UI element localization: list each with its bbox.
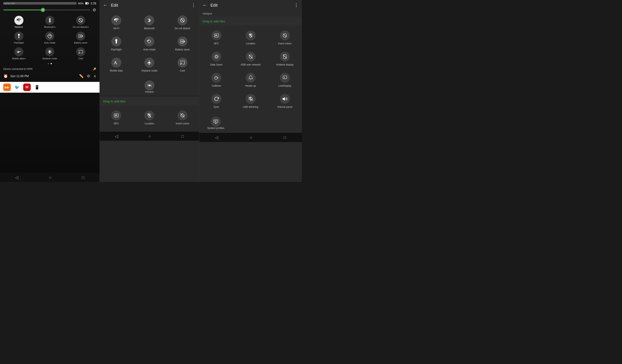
tile-dnd[interactable]: Do not disturb	[166, 12, 199, 33]
back-icon-2[interactable]: ←	[103, 2, 108, 8]
p3-tile-datasaver-label: Data Saver	[210, 63, 222, 66]
brightness-thumb[interactable]	[41, 8, 45, 12]
edit-header-3: ← Edit ⋮	[199, 0, 302, 10]
home-nav-icon-2[interactable]: ○	[143, 132, 156, 140]
livedisplay-p3-svg: A	[282, 75, 287, 80]
tile-flashlight-icon	[111, 37, 121, 46]
p3-tile-caffeine[interactable]: Caffeine	[199, 69, 233, 91]
airplane-tile[interactable]: Airplane mode	[39, 47, 60, 60]
airplane-label: Airplane mode	[42, 57, 57, 60]
tile-mobiledata-label: Mobile data	[110, 69, 123, 72]
p3-tile-invertcolors-label: Invert colors	[278, 42, 292, 45]
p3-tile-sync-label: Sync	[214, 106, 219, 108]
p3-tile-invertcolors[interactable]: Invert colors	[268, 27, 302, 48]
p3-tile-datasaver[interactable]: Data Saver	[199, 48, 233, 69]
more-icon-3[interactable]: ⋮	[294, 2, 299, 8]
p3-tile-headsup[interactable]: Heads up	[233, 69, 268, 91]
home-nav-icon[interactable]: ○	[44, 173, 56, 182]
quick-tiles-row1: Network Bluetooth ▾	[0, 14, 99, 30]
app-bird[interactable]: 🐦	[13, 84, 21, 91]
p3-tile-systemprofiles-section[interactable]: System profiles	[199, 113, 233, 131]
svg-point-3	[42, 10, 43, 11]
flashlight-label: Flashlight	[14, 41, 24, 44]
recents-nav-icon[interactable]: □	[77, 173, 89, 182]
settings-gear-icon[interactable]: ⚙	[93, 7, 96, 12]
tile-mobiledata[interactable]: Mobile data	[100, 54, 133, 76]
brightness-row[interactable]: ⚙	[0, 7, 99, 14]
back-nav-icon-2[interactable]: ◁	[110, 132, 123, 140]
batterysaver-tile[interactable]: Battery saver	[70, 32, 91, 44]
tile-batterysaver[interactable]: Battery saver	[166, 33, 199, 54]
back-nav-icon-3[interactable]: ◁	[210, 133, 223, 142]
svg-line-21	[181, 19, 184, 22]
app-tablet[interactable]: 📱	[33, 84, 41, 91]
edit-scroll-2[interactable]: Wi-Fi Bluetooth Do not	[100, 10, 199, 182]
bluetooth-icon	[48, 18, 52, 22]
tile-hotspot-section[interactable]: Hotspot	[133, 77, 166, 95]
airplane-tile-svg	[147, 60, 152, 65]
dnd-tile[interactable]: Do not disturb ▾	[70, 16, 91, 28]
add-tile-invertcolors[interactable]: Invert colors	[166, 107, 199, 128]
active-tiles-grid: Wi-Fi Bluetooth Do not	[100, 10, 199, 77]
app-w[interactable]: W	[23, 84, 31, 91]
dot2	[51, 63, 52, 64]
tile-cast[interactable]: Cast	[166, 54, 199, 76]
p3-tile-ambient[interactable]: Ambient display	[268, 48, 302, 69]
more-icon-2[interactable]: ⋮	[191, 2, 196, 8]
autorotate-label: Auto-rotate	[44, 41, 55, 44]
p3-tile-systemprofiles-label: System profiles	[207, 127, 224, 130]
edit-icon[interactable]: ✏️	[79, 74, 84, 78]
cast-tile[interactable]: Cast	[70, 47, 91, 60]
batterysaver-icon	[78, 34, 83, 38]
expand-icon[interactable]: ∧	[94, 74, 96, 78]
dnd-icon	[78, 18, 83, 23]
vpn-notification: Device connected to IVPN 🔑	[0, 66, 99, 72]
tile-flashlight-label: Flashlight	[111, 48, 121, 51]
svg-text:A: A	[284, 77, 285, 78]
bluetooth-tile-icon	[45, 16, 54, 25]
p3-tile-livedisplay[interactable]: A LiveDisplay	[268, 69, 302, 91]
tile-autorotate[interactable]: Auto-rotate	[133, 33, 166, 54]
tile-airplane[interactable]: Airplane mode	[133, 54, 166, 76]
svg-point-43	[215, 56, 217, 58]
p3-tile-adb[interactable]: ADB over network	[233, 48, 268, 69]
edit-title-3: Edit	[211, 3, 291, 8]
p3-tile-nfc[interactable]: NFC	[199, 27, 233, 48]
add-tile-nfc[interactable]: NFC	[100, 107, 133, 128]
p3-tile-sync[interactable]: Sync	[199, 91, 233, 112]
flashlight-tile[interactable]: Flashlight	[8, 32, 29, 44]
home-nav-icon-3[interactable]: ○	[245, 134, 257, 142]
p3-tile-volumepanel[interactable]: Volume panel	[268, 91, 302, 112]
tile-wifi[interactable]: Wi-Fi	[100, 12, 133, 33]
p3-tile-datasaver-icon	[212, 52, 221, 61]
wifi-tile[interactable]: Network	[8, 16, 29, 28]
p3-tile-usbtethering[interactable]: USB tethering	[233, 91, 268, 112]
hotspot-scrolled-label: Hotspot	[199, 10, 302, 17]
svg-line-36	[181, 114, 184, 117]
recents-nav-icon-3[interactable]: □	[279, 134, 291, 142]
airplane-icon	[47, 50, 52, 54]
tile-batterysaver-icon	[177, 37, 187, 46]
tile-wifi-icon	[111, 15, 121, 25]
autorotate-tile[interactable]: Auto-rotate	[39, 32, 60, 44]
dot1	[48, 63, 49, 64]
back-nav-icon[interactable]: ◁	[10, 173, 23, 182]
p3-tile-location[interactable]: Location	[233, 27, 268, 48]
systemprofiles-p3-svg	[213, 119, 218, 124]
edit-scroll-3[interactable]: Hotspot Drag to add tiles NFC	[199, 10, 302, 182]
tile-bluetooth[interactable]: Bluetooth	[133, 12, 166, 33]
tile-dnd-icon	[177, 15, 187, 25]
app-voicemail[interactable]: ▶▶	[3, 84, 11, 91]
ambient-p3-svg	[282, 54, 287, 59]
tile-flashlight[interactable]: Flashlight	[100, 33, 133, 54]
recents-nav-icon-2[interactable]: □	[176, 132, 189, 140]
add-tile-location[interactable]: Location	[133, 107, 166, 128]
svg-point-19	[116, 21, 117, 22]
brightness-track[interactable]	[3, 10, 90, 10]
back-icon-3[interactable]: ←	[203, 2, 207, 8]
svg-rect-33	[114, 114, 118, 117]
settings-icon[interactable]: ⚙	[87, 74, 90, 78]
mobiledata-tile[interactable]: LTE+ Mobile data ▾	[8, 47, 29, 60]
edit-panel-2: ← Edit ⋮ Wi-Fi	[99, 0, 199, 182]
bluetooth-tile[interactable]: Bluetooth ▾	[39, 16, 60, 28]
